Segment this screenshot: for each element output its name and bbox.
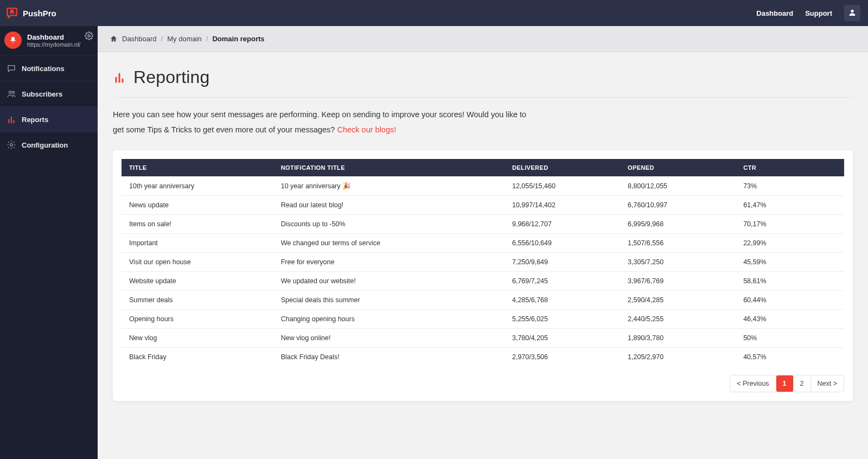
main: Dashboard / My domain / Domain reports R… [98,26,868,459]
pagination: < Previous 12 Next > [730,375,844,392]
cell-ctr: 45,59% [736,253,844,272]
table-row[interactable]: Items on sale!Discounts up to -50%9,968/… [122,215,844,234]
cell-delivered: 7,250/9,649 [505,253,620,272]
sidebar-item-label: Configuration [22,141,68,149]
pagination-page-2[interactable]: 2 [794,375,811,392]
cell-opened: 6,760/10,997 [620,196,736,215]
topbar-link-dashboard[interactable]: Dashboard [756,9,793,17]
page-header: Reporting [113,67,853,98]
table-row[interactable]: Summer dealsSpecial deals this summer4,2… [122,291,844,310]
check-blogs-link[interactable]: Check our blogs! [337,125,396,134]
table-row[interactable]: Opening hoursChanging opening hours5,255… [122,310,844,329]
bar-chart-icon [7,114,16,124]
brand[interactable]: PushPro [4,5,56,21]
table-row[interactable]: 10th year anniversary10 year anniversary… [122,176,844,196]
svg-point-1 [851,9,853,12]
home-icon[interactable] [110,35,118,43]
topbar: PushPro Dashboard Support [0,0,868,26]
table-row[interactable]: Visit our open houseFree for everyone7,2… [122,253,844,272]
intro-body: Here you can see how your sent messages … [113,110,526,134]
sidebar-header[interactable]: Dashboard https://mydomain.nl/ [0,26,98,55]
gear-icon [7,140,16,150]
table-row[interactable]: ImportantWe changed our terms of service… [122,234,844,253]
user-menu-button[interactable] [844,5,860,21]
sidebar-item-label: Reports [22,116,48,124]
cell-delivered: 10,997/14,402 [505,196,620,215]
cell-title: New vlog [122,329,273,348]
brand-name: PushPro [23,9,56,18]
cell-ntitle: Read our latest blog! [273,196,505,215]
sidebar: Dashboard https://mydomain.nl/ Notificat… [0,26,98,459]
cell-opened: 2,440/5,255 [620,310,736,329]
sidebar-item-reports[interactable]: Reports [0,106,98,132]
cell-delivered: 6,769/7,245 [505,272,620,291]
sidebar-item-notifications[interactable]: Notifications [0,55,98,81]
cell-ctr: 60,44% [736,291,844,310]
brand-logo-icon [4,5,20,21]
cell-ctr: 22,99% [736,234,844,253]
intro-text: Here you can see how your sent messages … [113,107,536,137]
table-row[interactable]: New vlogNew vlog online!3,780/4,2051,890… [122,329,844,348]
cell-ctr: 73% [736,176,844,196]
users-icon [7,89,16,99]
domain-avatar [4,31,22,49]
cell-opened: 3,967/6,769 [620,272,736,291]
breadcrumb-current: Domain reports [212,35,264,43]
svg-point-6 [10,144,13,146]
table-row[interactable]: News updateRead our latest blog!10,997/1… [122,196,844,215]
th-ctr[interactable]: CTR [736,159,844,176]
breadcrumb-dashboard[interactable]: Dashboard [122,35,157,43]
cell-opened: 1,205/2,970 [620,348,736,367]
th-notification-title[interactable]: Notification title [273,159,505,176]
table-row[interactable]: Website updateWe updated our website!6,7… [122,272,844,291]
pagination-page-1[interactable]: 1 [776,375,794,392]
pagination-prev[interactable]: < Previous [730,375,776,392]
sidebar-item-configuration[interactable]: Configuration [0,132,98,157]
pagination-next[interactable]: Next > [811,375,844,392]
cell-title: Website update [122,272,273,291]
cell-ntitle: Special deals this summer [273,291,505,310]
svg-point-5 [12,91,15,93]
topbar-link-support[interactable]: Support [805,9,832,17]
th-delivered[interactable]: Delivered [505,159,620,176]
page-title: Reporting [133,67,210,87]
sidebar-item-subscribers[interactable]: Subscribers [0,81,98,106]
cell-opened: 2,590/4,285 [620,291,736,310]
cell-opened: 6,995/9,968 [620,215,736,234]
cell-ntitle: Changing opening hours [273,310,505,329]
cell-title: News update [122,196,273,215]
cell-ntitle: 10 year anniversary 🎉 [273,176,505,196]
cell-title: Summer deals [122,291,273,310]
sidebar-title: Dashboard [27,33,80,41]
sidebar-item-label: Notifications [22,65,65,73]
svg-point-3 [88,35,90,37]
breadcrumb-separator: / [206,35,208,43]
cell-delivered: 12,055/15,460 [505,176,620,196]
report-card: Title Notification title Delivered Opene… [113,150,853,401]
cell-opened: 3,305/7,250 [620,253,736,272]
cell-ctr: 46,43% [736,310,844,329]
cell-ctr: 61,47% [736,196,844,215]
cell-ctr: 70,17% [736,215,844,234]
sidebar-subtitle: https://mydomain.nl/ [27,41,80,48]
cell-opened: 1,890/3,780 [620,329,736,348]
topbar-right: Dashboard Support [756,5,860,21]
cell-delivered: 5,255/6,025 [505,310,620,329]
domain-settings-gear-icon[interactable] [85,31,93,42]
cell-opened: 8,800/12,055 [620,176,736,196]
cell-delivered: 6,556/10,649 [505,234,620,253]
report-table: Title Notification title Delivered Opene… [122,159,844,366]
breadcrumb-my-domain[interactable]: My domain [167,35,202,43]
bar-chart-icon [113,71,126,84]
cell-ntitle: We changed our terms of service [273,234,505,253]
th-title[interactable]: Title [122,159,273,176]
svg-point-4 [9,91,12,94]
th-opened[interactable]: Opened [620,159,736,176]
cell-ctr: 50% [736,329,844,348]
svg-point-2 [12,42,14,43]
cell-ntitle: We updated our website! [273,272,505,291]
cell-opened: 1,507/6,556 [620,234,736,253]
cell-ntitle: Black Friday Deals! [273,348,505,367]
cell-title: 10th year anniversary [122,176,273,196]
table-row[interactable]: Black FridayBlack Friday Deals!2,970/3,5… [122,348,844,367]
